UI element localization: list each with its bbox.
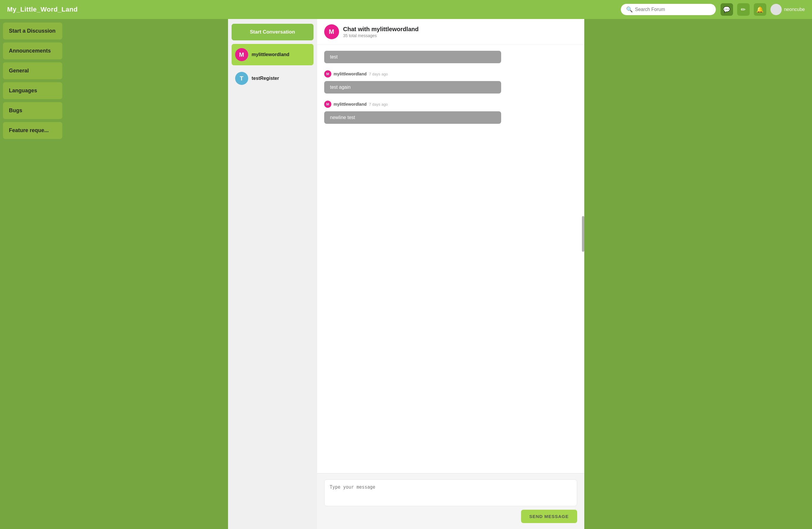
message-sender-2: mylittlewordland — [334, 72, 367, 76]
modal-overlay: Start Conversation M mylittlewordland T … — [0, 19, 812, 529]
send-message-button[interactable]: SEND MESSAGE — [521, 510, 577, 523]
conv-avatar-testregister: T — [235, 72, 248, 85]
chat-icon-button[interactable]: 💬 — [721, 3, 733, 16]
message-sender-3: mylittlewordland — [334, 102, 367, 106]
chat-input-area: SEND MESSAGE — [317, 473, 584, 529]
conversations-panel: Start Conversation M mylittlewordland T … — [228, 19, 317, 529]
conv-name-mylittlewordland: mylittlewordland — [252, 52, 289, 57]
avatar — [770, 4, 782, 15]
message-meta-3: M mylittlewordland 7 days ago — [324, 101, 577, 108]
message-group-2: M mylittlewordland 7 days ago test again — [324, 70, 577, 93]
message-group-1: test — [324, 51, 577, 63]
header-icons: 💬 ✏ 🔔 neoncube — [721, 3, 805, 16]
message-group-3: M mylittlewordland 7 days ago newline te… — [324, 101, 577, 124]
message-input[interactable] — [324, 480, 577, 506]
conv-name-testregister: testRegister — [252, 76, 279, 81]
search-input[interactable] — [635, 7, 710, 12]
header: My_Little_Word_Land 🔍 💬 ✏ 🔔 neoncube — [0, 0, 812, 19]
chat-messages: test M mylittlewordland 7 days ago test … — [317, 45, 584, 473]
start-conversation-button[interactable]: Start Conversation — [232, 24, 314, 40]
search-icon: 🔍 — [626, 6, 633, 13]
main-area: Start a Discussion Announcements General… — [0, 19, 812, 529]
user-avatar-button[interactable]: neoncube — [770, 4, 805, 15]
scrollbar-thumb[interactable] — [582, 216, 584, 252]
bell-icon-button[interactable]: 🔔 — [754, 3, 766, 16]
search-bar[interactable]: 🔍 — [621, 4, 716, 15]
message-avatar-2: M — [324, 70, 331, 77]
conv-avatar-mylittlewordland: M — [235, 48, 248, 61]
chat-header: M Chat with mylittlewordland 35 total me… — [317, 19, 584, 45]
message-bubble-1: test — [324, 51, 501, 63]
logo: My_Little_Word_Land — [7, 6, 621, 13]
message-meta-2: M mylittlewordland 7 days ago — [324, 70, 577, 77]
modal-container: Start Conversation M mylittlewordland T … — [228, 19, 584, 529]
conversation-item-testregister[interactable]: T testRegister — [232, 68, 314, 89]
chat-header-avatar: M — [324, 24, 339, 39]
conversation-item-mylittlewordland[interactable]: M mylittlewordland — [232, 44, 314, 65]
message-time-2: 7 days ago — [369, 72, 388, 76]
compose-icon-button[interactable]: ✏ — [737, 3, 750, 16]
chat-title: Chat with mylittlewordland — [343, 26, 419, 33]
message-bubble-3: newline test — [324, 111, 501, 124]
chat-meta: 35 total messages — [343, 33, 419, 38]
message-avatar-3: M — [324, 101, 331, 108]
chat-panel: M Chat with mylittlewordland 35 total me… — [317, 19, 584, 529]
message-bubble-2: test again — [324, 81, 501, 93]
message-time-3: 7 days ago — [369, 102, 388, 106]
username-label: neoncube — [784, 7, 805, 12]
chat-header-info: Chat with mylittlewordland 35 total mess… — [343, 26, 419, 38]
